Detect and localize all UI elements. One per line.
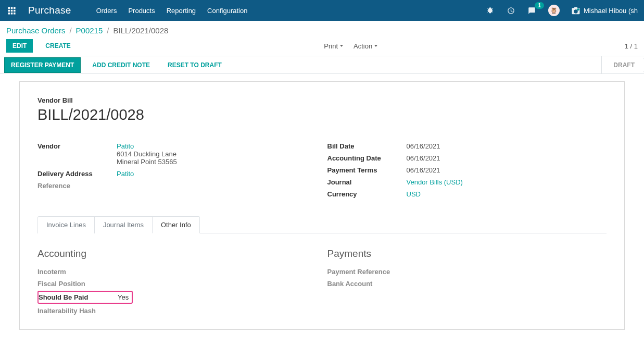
should-paid-value: Yes <box>118 293 129 301</box>
acct-date-value: 06/16/2021 <box>407 154 440 162</box>
register-payment-button[interactable]: Register Payment <box>4 57 81 73</box>
menu-configuration[interactable]: Configuration <box>207 5 247 17</box>
top-right: 1 🦉 Mishael Hibou (sh <box>486 5 638 16</box>
camera-icon <box>571 6 580 15</box>
svg-rect-5 <box>14 9 16 11</box>
field-inalterability-hash: Inalterability Hash <box>37 305 317 317</box>
field-payment-reference: Payment Reference <box>327 266 607 278</box>
pay-terms-value: 06/16/2021 <box>407 166 440 174</box>
field-accounting-date: Accounting Date 06/16/2021 <box>327 152 607 164</box>
svg-rect-4 <box>10 9 12 11</box>
acct-date-label: Accounting Date <box>327 154 407 162</box>
status-stage-draft[interactable]: Draft <box>601 56 644 73</box>
svg-rect-2 <box>14 7 16 9</box>
field-delivery: Delivery Address Patito <box>37 168 317 180</box>
menu-orders[interactable]: Orders <box>96 5 117 17</box>
caret-icon <box>340 45 343 47</box>
user-menu[interactable]: Mishael Hibou (sh <box>571 6 638 15</box>
should-paid-label: Should Be Paid <box>39 293 118 301</box>
create-button[interactable]: Create <box>39 39 77 53</box>
field-vendor: Vendor Patito 6014 Duckling Lane Mineral… <box>37 140 317 168</box>
other-info-content: Accounting Incoterm Fiscal Position Shou… <box>37 233 607 317</box>
top-menu: Orders Products Reporting Configuration <box>96 5 248 17</box>
delivery-label: Delivery Address <box>37 170 117 178</box>
print-dropdown[interactable]: Print <box>324 42 343 50</box>
messages-icon[interactable]: 1 <box>527 6 537 15</box>
center-actions: Print Action <box>324 42 377 50</box>
hash-label: Inalterability Hash <box>37 307 117 315</box>
delivery-link[interactable]: Patito <box>117 170 134 178</box>
vendor-value: Patito 6014 Duckling Lane Mineral Point … <box>117 142 177 166</box>
header-fields: Vendor Patito 6014 Duckling Lane Mineral… <box>37 140 607 200</box>
vendor-link[interactable]: Patito <box>117 142 134 150</box>
action-dropdown[interactable]: Action <box>353 42 377 50</box>
fiscal-label: Fiscal Position <box>37 280 117 288</box>
svg-rect-7 <box>10 13 12 15</box>
field-payment-terms: Payment Terms 06/16/2021 <box>327 164 607 176</box>
field-reference: Reference <box>37 180 317 192</box>
svg-rect-1 <box>10 7 12 9</box>
breadcrumb-current: BILL/2021/0028 <box>113 26 168 35</box>
menu-products[interactable]: Products <box>128 5 155 17</box>
payments-section: Payments Payment Reference Bank Account <box>327 233 607 317</box>
add-credit-note-button[interactable]: Add Credit Note <box>86 58 156 72</box>
currency-link[interactable]: USD <box>407 190 421 198</box>
reference-label: Reference <box>37 182 117 190</box>
pager[interactable]: 1 / 1 <box>625 42 638 50</box>
caret-icon <box>374 45 377 47</box>
svg-rect-6 <box>8 13 10 15</box>
accounting-title: Accounting <box>37 248 317 259</box>
app-title[interactable]: Purchase <box>28 5 71 16</box>
breadcrumb-item-1[interactable]: Purchase Orders <box>6 26 65 35</box>
breadcrumb-row: Purchase Orders / P00215 / BILL/2021/002… <box>0 21 644 37</box>
breadcrumb-item-2[interactable]: P00215 <box>76 26 103 35</box>
tabs: Invoice Lines Journal Items Other Info <box>37 216 607 233</box>
user-name: Mishael Hibou (sh <box>584 7 638 15</box>
status-flow: Draft <box>601 56 644 73</box>
svg-rect-0 <box>8 7 10 9</box>
bug-icon[interactable] <box>486 6 495 15</box>
apps-icon[interactable] <box>4 3 19 18</box>
clock-icon[interactable] <box>507 6 516 15</box>
field-journal: Journal Vendor Bills (USD) <box>327 176 607 188</box>
currency-label: Currency <box>327 190 407 198</box>
messages-badge: 1 <box>535 2 544 9</box>
statusbar: Register Payment Add Credit Note Reset t… <box>0 56 644 74</box>
right-column: Bill Date 06/16/2021 Accounting Date 06/… <box>327 140 607 200</box>
breadcrumb-sep: / <box>69 26 71 35</box>
form-sheet: Vendor Bill BILL/2021/0028 Vendor Patito… <box>19 81 625 330</box>
doc-type-label: Vendor Bill <box>37 96 607 104</box>
edit-button[interactable]: Edit <box>6 39 33 53</box>
breadcrumb: Purchase Orders / P00215 / BILL/2021/002… <box>6 26 168 35</box>
doc-title: BILL/2021/0028 <box>37 106 607 123</box>
svg-rect-3 <box>8 9 10 11</box>
accounting-section: Accounting Incoterm Fiscal Position Shou… <box>37 233 317 317</box>
payments-title: Payments <box>327 248 607 259</box>
bill-date-value: 06/16/2021 <box>407 142 440 150</box>
top-navbar: Purchase Orders Products Reporting Confi… <box>0 0 644 21</box>
menu-reporting[interactable]: Reporting <box>167 5 196 17</box>
field-currency: Currency USD <box>327 188 607 200</box>
vendor-addr1: 6014 Duckling Lane <box>117 150 176 158</box>
tab-invoice-lines[interactable]: Invoice Lines <box>37 216 95 233</box>
pay-terms-label: Payment Terms <box>327 166 407 174</box>
bank-label: Bank Account <box>327 280 407 288</box>
print-label: Print <box>324 42 338 50</box>
tab-journal-items[interactable]: Journal Items <box>94 216 153 233</box>
field-bill-date: Bill Date 06/16/2021 <box>327 140 607 152</box>
owl-icon[interactable]: 🦉 <box>548 5 560 16</box>
vendor-addr2: Mineral Point 53565 <box>117 158 177 166</box>
svg-rect-8 <box>14 13 16 15</box>
field-fiscal-position: Fiscal Position <box>37 278 317 290</box>
field-incoterm: Incoterm <box>37 266 317 278</box>
should-be-paid-highlight: Should Be Paid Yes <box>37 291 133 304</box>
journal-link[interactable]: Vendor Bills (USD) <box>407 178 463 186</box>
action-label: Action <box>353 42 372 50</box>
breadcrumb-sep: / <box>107 26 109 35</box>
tab-other-info[interactable]: Other Info <box>152 216 200 233</box>
journal-label: Journal <box>327 178 407 186</box>
vendor-label: Vendor <box>37 142 117 166</box>
reset-draft-button[interactable]: Reset to Draft <box>161 58 228 72</box>
svg-point-9 <box>577 8 579 11</box>
field-should-be-paid: Should Be Paid Yes <box>39 293 129 302</box>
